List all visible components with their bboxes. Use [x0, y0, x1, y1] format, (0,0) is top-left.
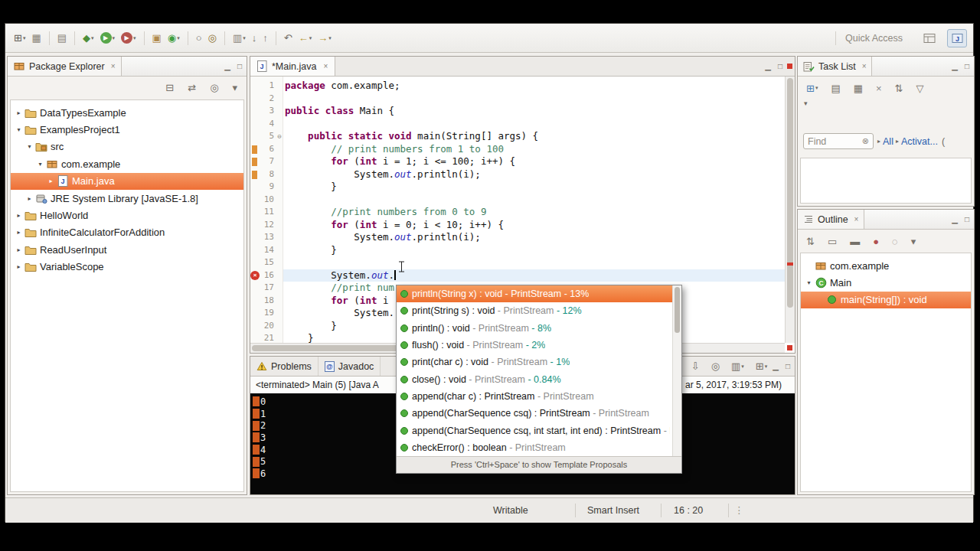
forward-button[interactable]: →▾: [315, 31, 334, 44]
chevron-right-icon[interactable]: ▸: [14, 246, 24, 253]
code-line[interactable]: 8 System.out.println(i);: [250, 168, 785, 181]
minimize-button[interactable]: ▁: [765, 62, 771, 70]
close-view-icon[interactable]: ×: [854, 215, 859, 223]
code-line[interactable]: 4: [250, 118, 785, 131]
outline-tree-item[interactable]: com.example: [801, 257, 971, 274]
new-java-class-button[interactable]: ◉▾: [165, 31, 182, 44]
tab-problems[interactable]: Problems: [250, 357, 318, 376]
java-perspective-button[interactable]: J: [947, 29, 967, 47]
completion-item[interactable]: checkError() : boolean - PrintStream: [397, 439, 672, 456]
previous-annotation-button[interactable]: ↑: [260, 31, 270, 44]
chevron-right-icon[interactable]: ▸: [14, 263, 24, 270]
minimize-button[interactable]: ▁: [773, 362, 779, 370]
project-tree-item[interactable]: ▾ExamplesProject1: [11, 121, 243, 138]
delete-task-button[interactable]: ×: [874, 82, 884, 95]
popup-scrollbar[interactable]: [672, 285, 681, 456]
project-tree-item[interactable]: ▾com.example: [11, 155, 243, 172]
debug-button[interactable]: ◆▾: [80, 31, 96, 44]
completion-item[interactable]: append(CharSequence csq) : PrintStream -…: [397, 405, 672, 422]
completion-item[interactable]: append(char c) : PrintStream - PrintStre…: [397, 388, 672, 405]
code-line[interactable]: 3public class Main {: [250, 105, 785, 118]
synchronize-button[interactable]: ⇅: [893, 82, 906, 95]
code-line[interactable]: 6 // print numbers from 1 to 100: [250, 143, 785, 156]
run-button[interactable]: ▶▾: [98, 31, 118, 45]
quick-access[interactable]: Quick Access: [835, 31, 912, 45]
chevron-right-icon[interactable]: ▸: [46, 178, 56, 184]
display-selected-console-button[interactable]: ▥▾: [729, 360, 746, 373]
completion-item[interactable]: print(char c) : void - PrintStream - 1%: [397, 354, 672, 370]
code-line[interactable]: 15: [250, 256, 785, 269]
fold-marker-icon[interactable]: ⊖: [276, 130, 283, 143]
back-button[interactable]: ←▾: [296, 31, 315, 44]
code-line[interactable]: 2: [250, 93, 785, 106]
chevron-right-icon[interactable]: ▸: [14, 109, 24, 116]
tab-package-explorer[interactable]: Package Explorer ×: [8, 57, 122, 76]
search-button[interactable]: ◎: [206, 31, 219, 44]
editor-vertical-scrollbar[interactable]: [785, 77, 795, 343]
scroll-lock-button[interactable]: ⇩: [689, 360, 702, 373]
view-menu-button[interactable]: ▾: [230, 81, 240, 94]
pin-console-button[interactable]: ◎: [709, 360, 722, 373]
minimize-button[interactable]: ▁: [952, 62, 958, 70]
open-perspective-button[interactable]: [920, 29, 939, 47]
scrollbar-thumb[interactable]: [675, 287, 680, 333]
scheduled-button[interactable]: ▦: [851, 82, 865, 95]
new-task-button[interactable]: ⊞▾: [804, 82, 820, 95]
close-view-icon[interactable]: ×: [111, 62, 116, 70]
code-line[interactable]: 1package com.example;: [250, 80, 785, 93]
completion-item[interactable]: println(String x) : void - PrintStream -…: [397, 285, 672, 302]
outline-tree-item[interactable]: main(String[]) : void: [801, 292, 971, 308]
close-view-icon[interactable]: ×: [862, 62, 867, 70]
save-button[interactable]: ▦: [29, 31, 43, 44]
new-java-project-button[interactable]: ▣: [150, 31, 164, 44]
completion-item[interactable]: flush() : void - PrintStream - 2%: [397, 337, 672, 354]
hide-fields-button[interactable]: ▭: [825, 235, 839, 248]
close-tab-icon[interactable]: ×: [323, 62, 328, 70]
clear-find-icon[interactable]: ⊗: [862, 136, 869, 146]
open-type-button[interactable]: ○: [194, 31, 204, 44]
chevron-down-icon[interactable]: ▾: [35, 161, 45, 168]
outline-tree-item[interactable]: ▾CMain: [801, 274, 971, 291]
chevron-right-icon[interactable]: ▸: [14, 229, 24, 236]
code-line[interactable]: 10: [250, 194, 785, 207]
code-line[interactable]: 9 }: [250, 181, 785, 194]
maximize-button[interactable]: □: [965, 62, 969, 70]
open-console-button[interactable]: ⊞▾: [753, 360, 769, 373]
last-edit-location-button[interactable]: ↶: [282, 31, 295, 44]
project-tree-item[interactable]: ▸JRE System Library [JavaSE-1.8]: [11, 190, 243, 207]
code-line[interactable]: ×16 System.out.: [250, 269, 785, 282]
scrollbar-thumb[interactable]: [787, 78, 793, 308]
tab-javadoc[interactable]: @Javadoc: [318, 357, 381, 376]
project-tree-item[interactable]: ▸HelloWorld: [11, 207, 243, 223]
sort-button[interactable]: ⇅: [804, 235, 817, 248]
chevron-right-icon[interactable]: ▸: [14, 212, 24, 219]
completion-item[interactable]: println() : void - PrintStream - 8%: [397, 320, 672, 337]
completion-item[interactable]: append(CharSequence csq, int start, int …: [397, 422, 672, 439]
project-tree-item[interactable]: ▸InfiniteCalculatorForAddition: [11, 224, 243, 241]
find-input[interactable]: Find ⊗: [803, 133, 874, 149]
code-line[interactable]: 14 }: [250, 244, 785, 257]
chevron-right-icon[interactable]: ▸: [24, 195, 34, 202]
completion-item[interactable]: close() : void - PrintStream - 0.84%: [397, 370, 672, 387]
filter-completed-button[interactable]: ▽: [914, 82, 926, 95]
chevron-down-icon[interactable]: ▾: [14, 126, 24, 133]
maximize-button[interactable]: □: [778, 62, 782, 70]
completion-item[interactable]: print(String s) : void - PrintStream - 1…: [397, 302, 672, 319]
chevron-down-icon[interactable]: ▾: [804, 279, 814, 286]
run-external-tools-button[interactable]: ▶▾: [119, 31, 139, 45]
print-button[interactable]: ▤: [55, 31, 69, 44]
project-tree-item[interactable]: ▾src: [11, 139, 243, 155]
maximize-button[interactable]: □: [237, 62, 242, 70]
task-list-link[interactable]: All: [883, 136, 893, 147]
new-wizard-button[interactable]: ⊞▾: [11, 31, 28, 44]
hide-non-public-button[interactable]: ●: [871, 235, 881, 248]
code-line[interactable]: 13 System.out.println(i);: [250, 231, 785, 244]
maximize-button[interactable]: □: [786, 362, 790, 370]
next-annotation-button[interactable]: ↓: [250, 31, 260, 44]
minimize-button[interactable]: ▁: [952, 215, 958, 223]
collapse-all-button[interactable]: ⊟: [163, 81, 176, 94]
hide-local-types-button[interactable]: ◌: [890, 235, 900, 248]
toolbar-overflow-icon[interactable]: ▾: [804, 99, 808, 107]
tab-outline[interactable]: Outline ×: [798, 210, 864, 229]
view-menu-button[interactable]: ▾: [909, 235, 919, 248]
